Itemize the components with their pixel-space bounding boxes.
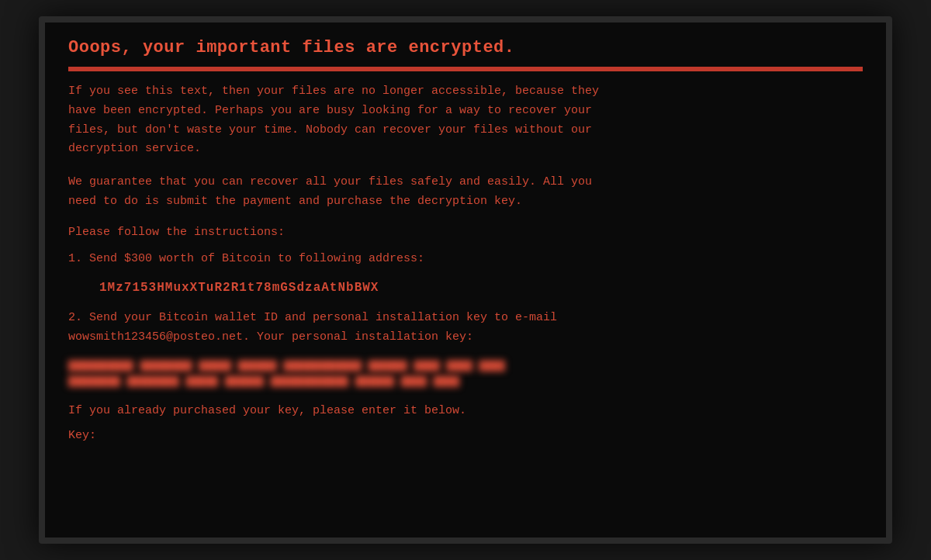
paragraph2-text: We guarantee that you can recover all yo… [68,173,863,212]
bitcoin-address: 1Mz7153HMuxXTuR2R1t78mGSdzaAtNbBWX [99,281,863,295]
paragraph1-section: If you see this text, then your files ar… [68,82,863,159]
blurred-key-2: ████████ ████████ █████ ██████ █████████… [68,375,863,388]
footer-line1: If you already purchased your key, pleas… [68,402,863,421]
step2-label: 2. Send your Bitcoin wallet ID and perso… [68,309,863,347]
title-line: Ooops, your important files are encrypte… [68,38,863,57]
screen: Ooops, your important files are encrypte… [45,22,886,538]
instructions-header: Please follow the instructions: [68,226,863,239]
step2-section: 2. Send your Bitcoin wallet ID and perso… [68,309,863,388]
red-bar [68,67,863,71]
step1-label: 1. Send $300 worth of Bitcoin to followi… [68,250,863,269]
step1-section: 1. Send $300 worth of Bitcoin to followi… [68,250,863,296]
footer-section: If you already purchased your key, pleas… [68,402,863,442]
blurred-key-1: ██████████ ████████ █████ ██████ ███████… [68,360,863,372]
footer-key-label: Key: [68,429,863,442]
paragraph2-section: We guarantee that you can recover all yo… [68,173,863,212]
monitor-frame: Ooops, your important files are encrypte… [39,16,892,544]
paragraph1-text: If you see this text, then your files ar… [68,82,863,159]
